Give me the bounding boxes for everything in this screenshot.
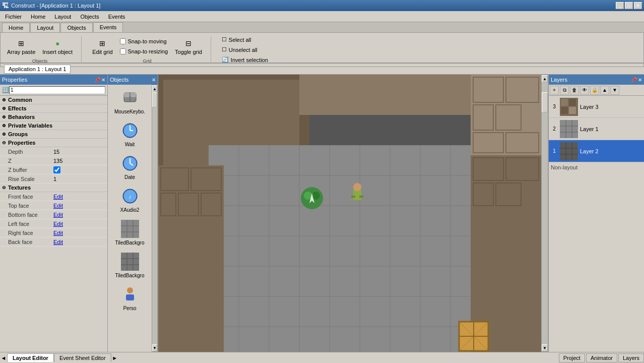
expand-properties-icon: ⊖ [2, 140, 6, 145]
menu-layout[interactable]: Layout [50, 13, 75, 21]
breadcrumb[interactable]: Application 1 : Layout 1 [4, 65, 71, 74]
toggle-grid-icon: ⊟ [183, 38, 194, 49]
layer2-thumb-icon [560, 142, 578, 160]
copy-layer-button[interactable]: ⧉ [560, 86, 569, 95]
menu-home[interactable]: Home [27, 13, 49, 21]
snap-moving-button[interactable]: Snap-to moving [117, 37, 171, 46]
right-panel-tab-animator[interactable]: Animator [586, 353, 617, 362]
menu-objects[interactable]: Objects [76, 13, 103, 21]
snap-moving-checkbox[interactable] [120, 38, 126, 44]
scroll-down-button[interactable]: ▼ [152, 344, 157, 351]
canvas-scroll-down[interactable]: ▼ [542, 344, 548, 351]
move-down-layer-button[interactable]: ▼ [610, 86, 619, 95]
objects-scrollbar[interactable]: ▲ ▼ [152, 85, 158, 352]
minimize-button[interactable]: _ [616, 2, 624, 9]
svg-rect-27 [126, 294, 134, 300]
list-item[interactable]: MouseKeybo. [110, 86, 150, 116]
canvas-thumb-v[interactable] [542, 92, 548, 112]
tab-event-sheet[interactable]: Event Sheet Editor [54, 353, 111, 362]
list-item[interactable]: ♪ XAudio2 [110, 184, 150, 215]
layers-pin-icon[interactable]: 📌 [631, 77, 637, 83]
left-face-edit-link[interactable]: Edit [53, 221, 63, 227]
scroll-up-button[interactable]: ▲ [152, 85, 157, 92]
bottom-face-edit-link[interactable]: Edit [53, 212, 63, 218]
snap-resizing-checkbox[interactable] [120, 48, 126, 54]
layers-header: Layers 📌 ✕ [549, 75, 644, 85]
list-item[interactable]: Date [110, 151, 150, 182]
section-effects[interactable]: ⊕ Effects [0, 104, 107, 113]
tab-home[interactable]: Home [2, 23, 30, 32]
right-panel-tab-project[interactable]: Project [559, 353, 585, 362]
svg-rect-2 [130, 93, 136, 97]
prop-right-face: Right face Edit [0, 228, 107, 237]
layer-row-2[interactable]: 1 Layer 2 [549, 140, 644, 162]
prop-depth: Depth 15 [0, 147, 107, 156]
back-face-edit-link[interactable]: Edit [53, 239, 63, 245]
layers-close-icon[interactable]: ✕ [638, 77, 642, 83]
section-behaviors[interactable]: ⊕ Behaviors [0, 113, 107, 122]
snap-resizing-button[interactable]: Snap-to resizing [117, 47, 171, 56]
expand-textures-icon: ⊖ [2, 185, 6, 190]
section-textures[interactable]: ⊖ Textures [0, 184, 107, 192]
lock-layer-button[interactable]: 🔒 [590, 86, 599, 95]
bottom-nav: ProjectAnimatorLayers [559, 353, 644, 362]
list-item[interactable]: Wait [110, 118, 150, 149]
close-button[interactable]: ✕ [634, 2, 642, 9]
layer-row-1[interactable]: 2 Layer 1 [549, 118, 644, 140]
canvas-area[interactable]: ▲ ▼ [158, 75, 548, 352]
section-private-variables[interactable]: ⊕ Private Variables [0, 122, 107, 130]
scroll-thumb[interactable] [152, 92, 157, 107]
list-item[interactable]: Perso [110, 282, 150, 313]
invert-icon: 🔄 [222, 56, 229, 63]
right-panel-tab-layers[interactable]: Layers [618, 353, 644, 362]
objects-list: MouseKeybo. Wait [108, 85, 152, 352]
bottom-bar: ◄ Layout Editor Event Sheet Editor ► Pro… [0, 352, 644, 363]
list-item[interactable]: TiledBackgro [110, 217, 150, 248]
date-icon [120, 153, 140, 173]
invert-selection-button[interactable]: 🔄 Invert selection [219, 55, 271, 65]
search-input[interactable] [9, 86, 105, 94]
list-item[interactable]: TiledBackgro [110, 250, 150, 280]
properties-panel: Properties 📌 ✕ 🔢 ⊕ Common ⊕ Effects ⊕ [0, 75, 108, 352]
edit-grid-button[interactable]: ⊞ Edit grid [90, 36, 115, 56]
perso-icon [120, 284, 140, 305]
array-paste-button[interactable]: ⊞ Array paste [5, 36, 38, 56]
select-all-button[interactable]: ☐ Select all [219, 35, 271, 44]
toggle-grid-button[interactable]: ⊟ Toggle grid [172, 36, 205, 56]
tab-objects[interactable]: Objects [60, 23, 92, 32]
non-layout-label: Non-layout [549, 162, 644, 172]
section-groups[interactable]: ⊕ Groups [0, 130, 107, 139]
canvas-scrollbar-right[interactable]: ▲ ▼ [541, 75, 548, 352]
layer-row-3[interactable]: 3 Layer 3 [549, 96, 644, 118]
right-face-edit-link[interactable]: Edit [53, 230, 63, 236]
unselect-all-button[interactable]: ☐ Unselect all [219, 45, 271, 54]
tab-events[interactable]: Events [93, 22, 123, 32]
menu-fichier[interactable]: Fichier [1, 13, 26, 21]
section-properties[interactable]: ⊖ Properties [0, 139, 107, 147]
properties-close-icon[interactable]: ✕ [101, 77, 105, 83]
properties-pin-icon[interactable]: 📌 [94, 77, 100, 83]
eye-layer-button[interactable]: 👁 [580, 86, 589, 95]
game-canvas [158, 75, 548, 352]
svg-rect-85 [561, 107, 568, 114]
tab-scroll-left[interactable]: ◄ [0, 353, 7, 362]
move-up-layer-button[interactable]: ▲ [600, 86, 609, 95]
delete-layer-button[interactable]: 🗑 [570, 86, 579, 95]
objects-scroll: MouseKeybo. Wait [108, 85, 158, 352]
tab-scroll-right[interactable]: ► [111, 353, 118, 362]
tab-layout-editor[interactable]: Layout Editor [7, 353, 54, 362]
top-face-edit-link[interactable]: Edit [53, 203, 63, 209]
prop-back-face: Back face Edit [0, 237, 107, 247]
insert-object-icon: ● [52, 38, 63, 49]
objects-close-icon[interactable]: ✕ [152, 77, 156, 83]
add-layer-button[interactable]: + [550, 86, 559, 95]
xaudio2-icon: ♪ [120, 186, 140, 206]
canvas-scroll-up[interactable]: ▲ [542, 75, 548, 82]
menu-events[interactable]: Events [104, 13, 130, 21]
front-face-edit-link[interactable]: Edit [53, 194, 63, 200]
section-common[interactable]: ⊕ Common [0, 96, 107, 104]
insert-object-button[interactable]: ● Insert object [40, 36, 75, 56]
tab-layout[interactable]: Layout [30, 23, 60, 32]
zbuffer-checkbox[interactable] [53, 166, 60, 173]
maximize-button[interactable]: □ [625, 2, 633, 9]
